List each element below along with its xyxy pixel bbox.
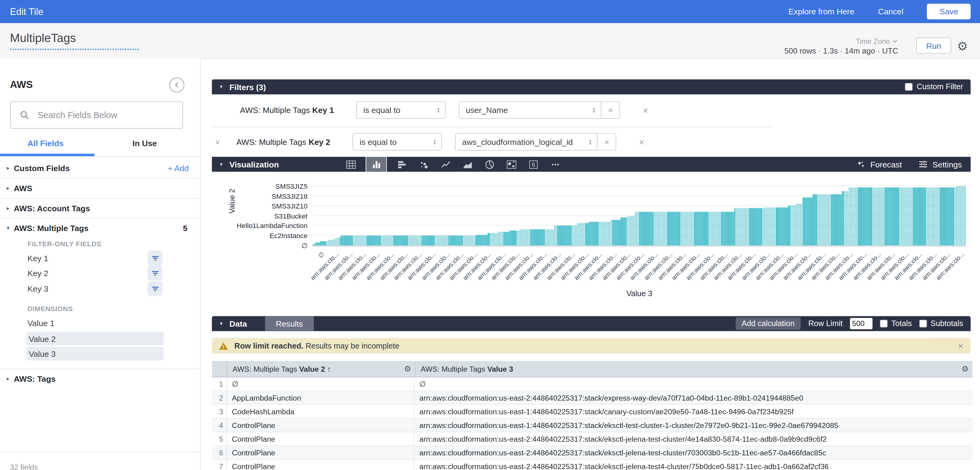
bar[interactable] <box>821 194 821 246</box>
sidebar-item-custom-fields[interactable]: ▸ Custom Fields + Add <box>0 158 200 178</box>
bar[interactable] <box>337 237 338 246</box>
bar[interactable] <box>923 187 924 245</box>
bar[interactable] <box>410 236 410 245</box>
bar[interactable] <box>672 211 673 246</box>
bar[interactable] <box>374 236 375 245</box>
field-search-box[interactable] <box>10 101 183 129</box>
bar[interactable] <box>489 233 490 246</box>
bar[interactable] <box>676 211 677 246</box>
bar[interactable] <box>452 236 453 245</box>
bar[interactable] <box>644 211 645 246</box>
bar[interactable] <box>833 194 834 246</box>
bar[interactable] <box>590 222 591 246</box>
bar[interactable] <box>637 211 638 246</box>
bar[interactable] <box>430 236 431 245</box>
bar[interactable] <box>892 187 893 245</box>
bar[interactable] <box>925 187 926 245</box>
bar[interactable] <box>347 236 348 245</box>
bar[interactable] <box>518 230 519 245</box>
bar[interactable] <box>634 216 635 245</box>
bar[interactable] <box>636 211 637 246</box>
bar[interactable] <box>931 187 931 245</box>
bar[interactable] <box>600 222 601 246</box>
bar[interactable] <box>553 230 554 246</box>
bar[interactable] <box>361 236 362 245</box>
bar[interactable] <box>928 187 929 245</box>
collapse-caret-icon[interactable]: ▾ <box>216 321 227 327</box>
bar[interactable] <box>557 225 558 245</box>
bar[interactable] <box>511 230 512 245</box>
bar[interactable] <box>525 230 526 246</box>
bar[interactable] <box>810 197 811 246</box>
bar[interactable] <box>357 236 358 245</box>
bar[interactable] <box>705 211 706 246</box>
bar[interactable] <box>376 236 377 245</box>
filter-by-key-3-button[interactable] <box>147 281 162 296</box>
bar[interactable] <box>680 211 681 246</box>
bar[interactable] <box>547 230 547 246</box>
bar[interactable] <box>321 241 323 246</box>
bar[interactable] <box>756 208 757 245</box>
bar[interactable] <box>360 236 361 245</box>
bar[interactable] <box>422 236 423 245</box>
bar[interactable] <box>416 236 417 245</box>
bar[interactable] <box>736 208 737 245</box>
bar[interactable] <box>343 236 344 245</box>
bar[interactable] <box>877 187 878 245</box>
sidebar-item-aws-multiple-tags[interactable]: ▾ AWS: Multiple Tags 5 <box>0 218 200 238</box>
tab-in-use[interactable]: In Use <box>132 139 157 148</box>
bar[interactable] <box>425 236 426 245</box>
bar[interactable] <box>595 222 596 246</box>
bar[interactable] <box>571 225 572 245</box>
more-chart-types-icon[interactable] <box>548 158 562 170</box>
bar[interactable] <box>575 225 576 245</box>
bar[interactable] <box>663 211 664 246</box>
bar[interactable] <box>389 236 390 245</box>
bar[interactable] <box>781 208 782 246</box>
table-row[interactable]: 7ControlPlanearn:aws:cloudformation:us-e… <box>212 460 973 470</box>
add-calculation-button[interactable]: Add calculation <box>735 318 801 330</box>
bar[interactable] <box>431 236 433 245</box>
bar[interactable] <box>471 236 472 245</box>
bar[interactable] <box>514 230 514 245</box>
subtotals-toggle[interactable]: Subtotals <box>920 319 963 328</box>
bar[interactable] <box>699 211 700 246</box>
bar[interactable] <box>855 187 856 245</box>
bar[interactable] <box>420 236 421 245</box>
bar[interactable] <box>353 236 355 245</box>
bar[interactable] <box>851 187 852 245</box>
bar[interactable] <box>952 187 953 245</box>
bar[interactable] <box>442 236 442 245</box>
bar[interactable] <box>466 236 467 245</box>
bar[interactable] <box>847 191 848 245</box>
bar[interactable] <box>769 208 770 246</box>
bar[interactable] <box>764 208 765 246</box>
bar[interactable] <box>368 236 369 245</box>
bar[interactable] <box>552 230 553 246</box>
bar[interactable] <box>869 187 870 245</box>
bar[interactable] <box>645 211 646 246</box>
bar[interactable] <box>443 236 444 245</box>
bar[interactable] <box>915 187 916 245</box>
bar[interactable] <box>791 205 792 245</box>
bar[interactable] <box>778 208 779 246</box>
bar[interactable] <box>842 191 843 245</box>
horizontal-bar-chart-icon[interactable] <box>395 158 409 170</box>
bar[interactable] <box>963 186 963 246</box>
bar[interactable] <box>837 194 838 246</box>
bar[interactable] <box>777 208 778 246</box>
bar[interactable] <box>941 187 942 245</box>
bar[interactable] <box>711 211 711 246</box>
collapse-caret-icon[interactable]: ▾ <box>216 161 227 167</box>
bar[interactable] <box>414 236 414 245</box>
bar[interactable] <box>383 236 384 245</box>
bar[interactable] <box>964 186 964 246</box>
bar[interactable] <box>612 220 613 245</box>
bar[interactable] <box>879 187 880 245</box>
bar[interactable] <box>760 208 761 245</box>
data-section-header[interactable]: ▾ Data Results Add calculation Row Limit… <box>212 316 970 331</box>
bar[interactable] <box>681 211 682 246</box>
bar[interactable] <box>405 236 406 245</box>
bar[interactable] <box>815 194 816 246</box>
bar[interactable] <box>474 236 474 245</box>
